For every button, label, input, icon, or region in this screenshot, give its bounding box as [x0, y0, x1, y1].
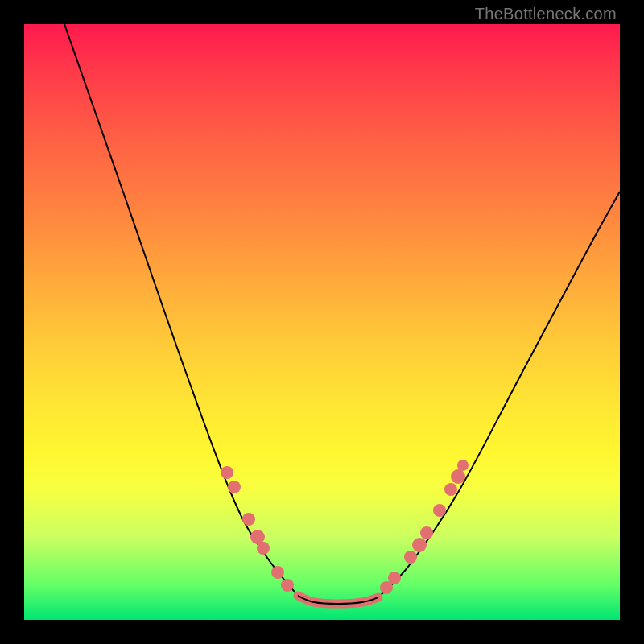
data-dot: [420, 526, 433, 539]
data-dot: [257, 542, 270, 555]
curve-right-branch: [378, 192, 620, 597]
chart-svg: [24, 24, 620, 620]
data-dot: [242, 513, 255, 526]
curve-left-branch: [64, 24, 298, 596]
dot-cluster-right: [380, 460, 469, 594]
chart-plot-area: [24, 24, 620, 620]
curve-trough-highlight: [298, 596, 378, 604]
data-dot: [388, 572, 401, 584]
data-dot: [451, 469, 465, 484]
data-dot: [228, 481, 241, 493]
data-dot: [412, 538, 427, 552]
attribution-label: TheBottleneck.com: [475, 5, 617, 23]
data-dot: [433, 504, 446, 517]
chart-frame: TheBottleneck.com: [0, 0, 644, 644]
data-dot: [444, 483, 457, 496]
dot-cluster-left: [221, 466, 294, 592]
data-dot: [271, 566, 284, 579]
data-dot: [281, 579, 294, 592]
data-dot: [457, 460, 469, 471]
data-dot: [404, 551, 417, 564]
data-dot: [221, 466, 233, 479]
